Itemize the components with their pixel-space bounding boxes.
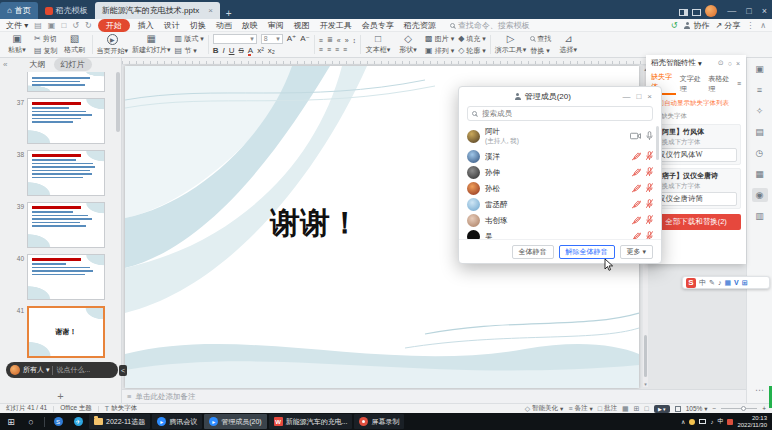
theme-name[interactable]: Office 主题 [60,404,92,413]
font-size-box[interactable]: 8▾ [261,34,283,44]
section-button[interactable]: ▤节▾ [175,46,204,56]
tray-expand-icon[interactable]: ∧ [681,418,685,425]
sogou-logo-icon[interactable]: S [686,278,696,288]
replacement-font-select[interactable]: 汉仪全唐诗简 [655,192,737,206]
panel-title-dropdown-icon[interactable]: ▾ [698,59,702,68]
zoom-slider-knob[interactable] [741,406,746,411]
member-row[interactable]: 吴 [467,228,653,239]
menu-tab-slideshow[interactable]: 放映 [240,20,260,31]
bullets-icon[interactable]: ≡ [319,37,323,44]
member-row-host[interactable]: 阿叶 (主持人, 我) [467,124,653,148]
bold-button[interactable]: B [213,46,219,55]
line-spacing-icon[interactable]: ↕ [353,37,357,44]
preview-icon[interactable]: □ [61,21,66,30]
find-button[interactable]: 查找 [530,34,551,44]
history-icon[interactable]: ◷ [752,146,768,160]
split-window-icon[interactable] [679,9,688,16]
layout-button[interactable]: ▥版式▾ [175,34,204,44]
comment-input-placeholder[interactable]: 说点什么... [56,365,90,375]
slide-text-thanks[interactable]: 谢谢！ [240,203,390,244]
thumbnail-38[interactable] [27,150,105,196]
mic-icon[interactable] [646,131,653,141]
start-button[interactable]: ⊞ [2,414,20,429]
presentation-tools-button[interactable]: ▷ 演示工具▾ [495,33,527,56]
maximize-button[interactable]: □ [741,6,756,19]
increase-indent-icon[interactable]: » [345,37,349,44]
share-button[interactable]: ↗ 分享 [715,20,740,31]
menu-tab-review[interactable]: 审阅 [266,20,286,31]
collapse-ribbon-icon[interactable]: ∧ [760,21,766,30]
file-menu[interactable]: 文件 ▾ [6,20,28,31]
more-menu-icon[interactable]: ⋮ [746,21,754,30]
font-name-box[interactable]: ▾ [213,34,257,44]
fit-slide-icon[interactable] [675,406,681,412]
menu-tab-transition[interactable]: 切换 [188,20,208,31]
security-icon[interactable] [689,419,695,425]
vscroll-thumb[interactable] [644,335,647,377]
subscript-button[interactable]: x₂ [268,46,275,55]
properties-icon[interactable]: ▣ [752,62,768,76]
dialog-minimize-icon[interactable]: — [619,92,633,101]
dialog-close-icon[interactable]: × [644,92,655,101]
mute-all-button[interactable]: 全体静音 [512,245,554,259]
cloud-sync-icon[interactable]: ↺ [671,21,678,30]
arrange-button[interactable]: ▣排列▾ [425,46,454,56]
annotation-disabled-icon[interactable] [632,232,641,240]
scroll-down-icon[interactable]: ▾ [643,381,648,387]
ime-indicator[interactable]: 中 [717,417,723,426]
shapes-button[interactable]: ◇ 形状▾ [395,33,421,56]
zoom-in-button[interactable]: + [762,405,766,412]
workspace-icon[interactable] [692,9,701,16]
smart-beautify-button[interactable]: ◇ 智能美化▾ [525,404,564,413]
member-search-box[interactable] [467,106,653,121]
format-painter-button[interactable]: ▧ 格式刷 [62,33,88,56]
font-increase-button[interactable]: A⁺ [287,34,297,43]
mic-muted-icon[interactable] [646,151,653,161]
tab-document[interactable]: 新能源汽车的充电技术.pptx × [95,2,220,19]
tab-home[interactable]: ⌂ 首页 [0,2,38,19]
menu-tab-animation[interactable]: 动画 [214,20,234,31]
annotation-disabled-icon[interactable] [632,152,641,161]
member-row[interactable]: 韦创琢 [467,212,653,228]
view-reading-icon[interactable]: □ [644,405,648,412]
tab-more-icon[interactable]: ≡ [737,80,741,87]
smart-assistant-icon[interactable]: ◉ [752,188,768,202]
outline-button[interactable]: ◇轮廓▾ [458,46,486,56]
menu-tab-insert[interactable]: 插入 [136,20,156,31]
mic-muted-icon[interactable] [646,215,653,225]
audience-selector[interactable]: 所有人 ▾ [23,365,49,375]
thumbnail-39[interactable] [27,202,105,248]
picture-button[interactable]: ▩图片▾ [425,34,454,44]
skin-icon[interactable]: V [734,279,739,286]
toolbox-icon[interactable]: ⊞ [742,279,748,287]
panel-scrollbar[interactable] [116,72,120,132]
decrease-indent-icon[interactable]: « [337,37,341,44]
textbox-button[interactable]: □ 文本框▾ [365,33,391,56]
user-avatar[interactable] [705,5,717,17]
command-search[interactable]: 查找命令、搜索模板 [450,20,530,31]
handwriting-icon[interactable]: ✎ [709,279,715,287]
underline-button[interactable]: U [229,46,235,55]
view-normal-icon[interactable]: ▦ [622,405,629,413]
annotation-disabled-icon[interactable] [632,168,641,177]
mic-muted-icon[interactable] [646,199,653,209]
view-sorter-icon[interactable]: ⊞ [634,405,640,413]
mic-muted-icon[interactable] [646,231,653,239]
thumbnail-36-partial[interactable] [27,72,105,92]
taskbar-item-meeting[interactable]: ▸ 腾讯会议 [152,414,202,429]
font-decrease-button[interactable]: A⁻ [300,34,310,43]
new-slide-button[interactable]: ▦ 新建幻灯片▾ [132,33,171,56]
replace-button[interactable]: 替换▾ [530,46,551,56]
thumbnail-37[interactable] [27,98,105,144]
tab-table-process[interactable]: 表格处理 [708,74,733,94]
comments-toggle[interactable]: □ 批注 [598,404,617,413]
unmute-all-button[interactable]: 解除全体静音 [559,245,615,259]
zoom-out-button[interactable]: − [712,405,716,412]
minimize-button[interactable]: — [722,6,741,19]
new-tab-button[interactable]: + [220,8,238,19]
tab-docer-template[interactable]: 稻壳模板 [38,2,95,19]
cortana-button[interactable]: ○ [22,414,40,429]
align-left-icon[interactable]: ≡ [319,46,323,53]
close-button[interactable]: × [757,6,772,19]
redo-icon[interactable]: ↻ [85,21,92,30]
